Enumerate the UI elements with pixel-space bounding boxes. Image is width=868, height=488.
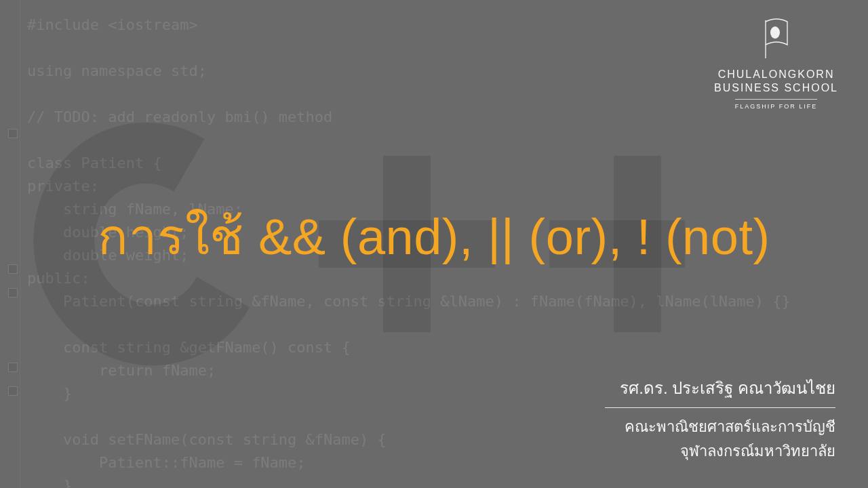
university-name: จุฬาลงกรณ์มหาวิทยาลัย (605, 439, 835, 464)
logo-tagline: FLAGSHIP FOR LIFE (735, 99, 817, 110)
flag-emblem-icon (760, 18, 793, 61)
svg-point-0 (770, 26, 780, 39)
divider (605, 407, 835, 408)
credits-block: รศ.ดร. ประเสริฐ คณาวัฒนไชย คณะพาณิชยศาสต… (605, 376, 835, 464)
school-logo: CHULALONGKORN BUSINESS SCHOOL FLAGSHIP F… (714, 18, 838, 111)
logo-line2: BUSINESS SCHOOL (714, 81, 838, 95)
slide-title: การใช้ && (and), || (or), ! (not) (0, 197, 868, 277)
author-name: รศ.ดร. ประเสริฐ คณาวัฒนไชย (605, 376, 835, 401)
logo-line1: CHULALONGKORN (714, 68, 838, 81)
faculty-name: คณะพาณิชยศาสตร์และการบัญชี (605, 415, 835, 439)
